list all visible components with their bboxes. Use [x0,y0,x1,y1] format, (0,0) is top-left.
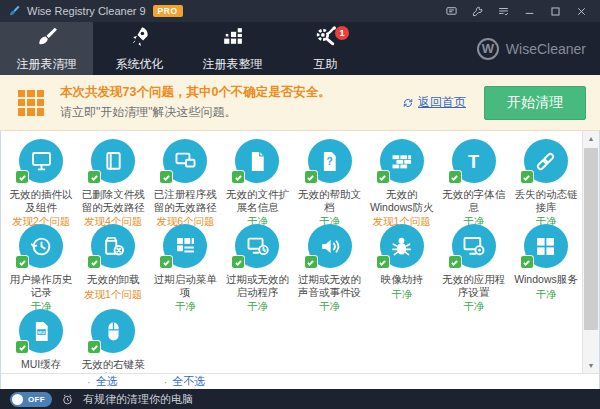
check-icon[interactable] [159,255,173,269]
scan-item-windows[interactable]: Windows服务 干净 [510,224,582,309]
scan-item-startmenu[interactable]: 过期启动菜单项 干净 [149,224,221,309]
check-icon[interactable] [304,170,318,184]
app-logo-icon [7,4,21,18]
check-icon[interactable] [376,255,390,269]
tab-support[interactable]: 互助1 [279,22,372,75]
scan-item-monitor-clock[interactable]: 过期或无效的启动程序 干净 [221,224,293,309]
scan-item-font-t[interactable]: T 无效的字体信息 干净 [438,139,510,224]
check-icon[interactable] [448,255,462,269]
schedule-toggle[interactable]: OFF [10,392,52,407]
toggle-knob [12,394,23,405]
check-icon[interactable] [15,170,29,184]
support-icon [313,24,338,53]
tab-brush[interactable]: 注册表清理 [0,22,93,75]
check-icon[interactable] [376,170,390,184]
check-icon[interactable] [87,340,101,354]
scan-item-mouse[interactable]: 无效的右键菜单项 [77,309,149,373]
scan-result-headline: 本次共发现73个问题，其中0个不确定是否安全。 [60,84,331,101]
scan-item-book[interactable]: 已删除文件残留的无效路径 发现4个问题 [77,139,149,224]
bullet-icon: · [164,376,168,388]
check-icon[interactable] [520,255,534,269]
title-bar: Wise Registry Cleaner 9 PRO [0,0,600,22]
toggle-state-label: OFF [28,395,45,404]
refresh-icon [402,97,414,109]
check-icon[interactable] [87,255,101,269]
item-label: 过期或无效的声音或事件设 [295,273,365,298]
tab-defrag[interactable]: 注册表整理 [186,22,279,75]
notice-bar: 本次共发现73个问题，其中0个不确定是否安全。 请立即"开始清理"解决这些问题。… [0,75,600,131]
item-label: 无效的插件以及组件 [6,188,76,213]
scroll-up-icon[interactable]: ▲ [583,131,599,146]
item-label: 过期或无效的启动程序 [222,273,292,298]
menu-icon[interactable] [490,1,516,21]
selection-links-row: · 全选 · 全不选 [0,373,600,389]
scan-item-screens[interactable]: 已注册程序残留的无效路径 发现6个问题 [149,139,221,224]
scan-item-speaker[interactable]: 过期或无效的声音或事件设 干净 [294,224,366,309]
vertical-scrollbar[interactable]: ▲ ▼ [582,131,599,373]
scan-summary-icon [18,90,44,116]
tab-rocket[interactable]: 系统优化 [93,22,186,75]
svg-text:MUI: MUI [37,329,44,334]
check-icon[interactable] [159,170,173,184]
select-all-link[interactable]: · 全选 [87,374,118,389]
item-label: 无效的应用程序设置 [439,273,509,298]
item-label: 过期启动菜单项 [150,273,220,298]
minimize-icon[interactable] [516,1,542,21]
close-icon[interactable] [568,1,594,21]
scan-item-file-question[interactable]: ? 无效的帮助文档 干净 [294,139,366,224]
scan-item-history[interactable]: 用户操作历史记录 干净 [5,224,77,309]
tab-label: 注册表清理 [17,56,77,73]
item-icon-wrap [524,139,568,183]
item-icon-wrap: T [452,139,496,183]
scan-item-link[interactable]: 丢失的动态链接库 干净 [510,139,582,224]
item-icon-wrap [235,224,279,268]
scan-item-firewall[interactable]: 无效的Windows防火 发现1个问题 [366,139,438,224]
wrench-icon[interactable] [464,1,490,21]
svg-text:?: ? [326,156,332,167]
notification-badge: 1 [335,26,349,40]
notice-texts: 本次共发现73个问题，其中0个不确定是否安全。 请立即"开始清理"解决这些问题。 [60,84,331,121]
wisecleaner-logo: W WiseCleaner [477,22,586,75]
item-icon-wrap: MUI [19,309,63,353]
check-icon[interactable] [87,170,101,184]
item-label: 无效的字体信息 [439,188,509,213]
item-status: 干净 [391,288,412,300]
check-icon[interactable] [231,170,245,184]
check-icon[interactable] [520,170,534,184]
scan-result-subline: 请立即"开始清理"解决这些问题。 [60,104,331,121]
scrollbar-thumb[interactable] [584,148,598,330]
logo-text: WiseCleaner [506,41,586,57]
scan-item-mui-file[interactable]: MUI MUI缓存 发现59个问题 [5,309,77,373]
scan-item-uninstall[interactable]: 无效的卸载 发现1个问题 [77,224,149,309]
item-status: 干净 [247,300,268,312]
window-title: Wise Registry Cleaner 9 [27,5,146,17]
item-icon-wrap [91,224,135,268]
select-none-link[interactable]: · 全不选 [164,374,206,389]
maximize-icon[interactable] [542,1,568,21]
scrollbar-track[interactable] [583,146,599,358]
tab-label: 注册表整理 [203,56,263,73]
item-label: 丢失的动态链接库 [511,188,581,213]
check-icon[interactable] [231,255,245,269]
scan-item-bug[interactable]: 映像劫持 干净 [366,224,438,309]
item-label: 无效的帮助文档 [295,188,365,213]
item-icon-wrap [163,139,207,183]
item-icon-wrap [380,224,424,268]
start-clean-button[interactable]: 开始清理 [484,86,586,120]
feedback-icon[interactable] [438,1,464,21]
item-status: 发现59个问题 [9,373,73,374]
check-icon[interactable] [304,255,318,269]
status-bar: OFF 有规律的清理你的电脑 [0,389,600,409]
item-icon-wrap [308,224,352,268]
scan-item-app-settings[interactable]: 无效的应用程序设置 干净 [438,224,510,309]
scan-item-file[interactable]: 无效的文件扩展名信息 干净 [221,139,293,224]
back-home-link[interactable]: 返回首页 [402,94,466,111]
nav-bar: 注册表清理 系统优化 注册表整理 互助1 W WiseCleaner [0,22,600,75]
check-icon[interactable] [15,340,29,354]
check-icon[interactable] [448,170,462,184]
scan-item-monitor[interactable]: 无效的插件以及组件 发现2个问题 [5,139,77,224]
pro-badge: PRO [153,5,183,17]
check-icon[interactable] [15,255,29,269]
scroll-down-icon[interactable]: ▼ [583,358,599,373]
item-label: MUI缓存 [21,358,61,371]
